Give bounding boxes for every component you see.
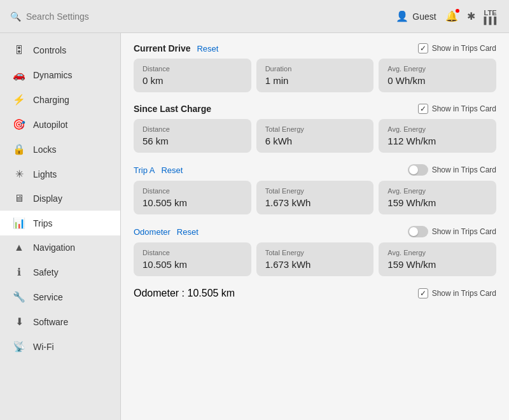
reset-trip-a[interactable]: Reset xyxy=(161,165,183,175)
sidebar-item-lights[interactable]: ✳ Lights xyxy=(0,162,120,186)
sidebar-label-wifi: Wi-Fi xyxy=(33,342,54,352)
main-layout: 🎛 Controls 🚗 Dynamics ⚡ Charging 🎯 Autop… xyxy=(0,33,509,420)
show-trips-odometer[interactable]: Show in Trips Card xyxy=(408,226,496,237)
data-row-odometer: Distance 10.505 km Total Energy 1.673 kW… xyxy=(134,242,496,276)
sidebar: 🎛 Controls 🚗 Dynamics ⚡ Charging 🎯 Autop… xyxy=(0,33,121,420)
value-avgenergy-ta: 159 Wh/km xyxy=(387,197,487,208)
software-icon: ⬇ xyxy=(13,316,25,328)
section-title-row-trip-a: Trip A Reset xyxy=(134,165,183,175)
autopilot-icon: 🎯 xyxy=(13,118,25,130)
title-trip-a: Trip A xyxy=(134,165,155,175)
label-avgenergy-slc: Avg. Energy xyxy=(387,125,487,133)
value-avgenergy-slc: 112 Wh/km xyxy=(387,136,487,146)
bluetooth-icon: ✱ xyxy=(467,10,475,22)
title-current-drive: Current Drive xyxy=(134,43,190,53)
sidebar-label-locks: Locks xyxy=(33,144,57,155)
notification-dot xyxy=(456,9,459,13)
section-header-slc: Since Last Charge ✓ Show in Trips Card xyxy=(134,104,496,114)
checkbox-footer[interactable]: ✓ xyxy=(418,288,428,298)
label-distance-ta: Distance xyxy=(143,187,242,195)
trips-card-label-odometer: Show in Trips Card xyxy=(432,227,496,236)
label-totalenergy-odo: Total Energy xyxy=(265,249,365,256)
sidebar-label-service: Service xyxy=(33,292,63,302)
toggle-knob-trip-a xyxy=(409,165,418,174)
section-title-row-slc: Since Last Charge xyxy=(134,104,211,114)
data-row-current-drive: Distance 0 km Duration 1 min Avg. Energy… xyxy=(134,59,496,92)
card-distance-current-drive: Distance 0 km xyxy=(134,59,251,92)
header-right: 👤 Guest 🔔 ✱ LTE▌▌▌ xyxy=(396,9,499,24)
sidebar-item-wifi[interactable]: 📡 Wi-Fi xyxy=(0,334,120,359)
person-icon: 👤 xyxy=(396,10,408,22)
toggle-knob-odometer xyxy=(409,227,418,236)
odometer-footer-label: Odometer : xyxy=(134,288,185,298)
section-header-trip-a: Trip A Reset Show in Trips Card xyxy=(134,164,496,176)
title-odometer: Odometer xyxy=(134,227,171,237)
value-distance-slc: 56 km xyxy=(143,136,242,146)
show-trips-slc[interactable]: ✓ Show in Trips Card xyxy=(418,104,496,114)
sidebar-item-dynamics[interactable]: 🚗 Dynamics xyxy=(0,62,120,87)
safety-icon: ℹ xyxy=(13,266,25,278)
card-totalenergy-slc: Total Energy 6 kWh xyxy=(256,119,374,153)
label-avgenergy-odo: Avg. Energy xyxy=(387,249,487,256)
sidebar-item-locks[interactable]: 🔒 Locks xyxy=(0,137,120,162)
sidebar-item-controls[interactable]: 🎛 Controls xyxy=(0,38,120,62)
trips-card-label-slc: Show in Trips Card xyxy=(432,104,496,113)
label-avgenergy-cd: Avg. Energy xyxy=(387,65,487,73)
sidebar-item-trips[interactable]: 📊 Trips xyxy=(0,211,120,235)
toggle-trip-a[interactable] xyxy=(408,164,428,176)
wifi-icon: 📡 xyxy=(13,340,25,353)
sidebar-item-display[interactable]: 🖥 Display xyxy=(0,186,120,211)
sidebar-item-autopilot[interactable]: 🎯 Autopilot xyxy=(0,112,120,137)
value-duration-cd: 1 min xyxy=(265,75,365,86)
card-distance-odometer: Distance 10.505 km xyxy=(134,242,251,276)
app-header: 🔍 👤 Guest 🔔 ✱ LTE▌▌▌ xyxy=(0,0,509,33)
guest-area: 👤 Guest xyxy=(396,10,436,22)
label-distance-odo: Distance xyxy=(143,249,242,256)
sidebar-item-charging[interactable]: ⚡ Charging xyxy=(0,87,120,112)
search-input[interactable] xyxy=(26,11,128,22)
sidebar-item-software[interactable]: ⬇ Software xyxy=(0,309,120,334)
odometer-footer-value: 10.505 km xyxy=(187,288,235,298)
sidebar-label-software: Software xyxy=(33,317,68,327)
value-totalenergy-slc: 6 kWh xyxy=(265,136,365,146)
label-distance-cd: Distance xyxy=(143,65,242,73)
controls-icon: 🎛 xyxy=(13,45,25,56)
reset-current-drive[interactable]: Reset xyxy=(197,44,218,53)
label-totalenergy-slc: Total Energy xyxy=(265,125,365,133)
search-area: 🔍 xyxy=(10,11,396,22)
toggle-odometer[interactable] xyxy=(408,226,428,237)
section-title-row-odometer: Odometer Reset xyxy=(134,227,199,237)
show-trips-current-drive[interactable]: ✓ Show in Trips Card xyxy=(418,43,496,53)
sidebar-item-navigation[interactable]: ▲ Navigation xyxy=(0,235,120,260)
data-row-trip-a: Distance 10.505 km Total Energy 1.673 kW… xyxy=(134,181,496,214)
sidebar-item-safety[interactable]: ℹ Safety xyxy=(0,260,120,284)
card-avgenergy-trip-a: Avg. Energy 159 Wh/km xyxy=(379,181,496,214)
card-avgenergy-odometer: Avg. Energy 159 Wh/km xyxy=(379,242,496,276)
section-current-drive: Current Drive Reset ✓ Show in Trips Card… xyxy=(134,43,496,92)
sidebar-item-service[interactable]: 🔧 Service xyxy=(0,284,120,309)
section-odometer: Odometer Reset Show in Trips Card Distan… xyxy=(134,226,496,276)
section-title-row-current-drive: Current Drive Reset xyxy=(134,43,218,53)
trips-card-label-current-drive: Show in Trips Card xyxy=(432,44,496,53)
lte-icon: LTE▌▌▌ xyxy=(484,9,499,24)
label-distance-slc: Distance xyxy=(143,125,242,133)
trips-card-label-trip-a: Show in Trips Card xyxy=(432,165,496,174)
card-totalenergy-odometer: Total Energy 1.673 kWh xyxy=(256,242,374,276)
card-distance-trip-a: Distance 10.505 km xyxy=(134,181,251,214)
trips-icon: 📊 xyxy=(13,217,25,229)
notification-wrap[interactable]: 🔔 xyxy=(445,10,458,22)
checkbox-slc[interactable]: ✓ xyxy=(418,104,428,114)
section-trip-a: Trip A Reset Show in Trips Card Distance… xyxy=(134,164,496,214)
sidebar-label-lights: Lights xyxy=(33,169,57,179)
sidebar-label-navigation: Navigation xyxy=(33,242,75,253)
sidebar-label-dynamics: Dynamics xyxy=(33,70,72,80)
show-trips-trip-a[interactable]: Show in Trips Card xyxy=(408,164,496,176)
label-avgenergy-ta: Avg. Energy xyxy=(387,187,487,195)
show-trips-footer[interactable]: ✓ Show in Trips Card xyxy=(418,288,496,298)
sidebar-label-display: Display xyxy=(33,193,62,204)
checkbox-current-drive[interactable]: ✓ xyxy=(418,43,428,53)
reset-odometer[interactable]: Reset xyxy=(177,227,199,237)
content-area: Current Drive Reset ✓ Show in Trips Card… xyxy=(121,33,509,420)
card-totalenergy-trip-a: Total Energy 1.673 kWh xyxy=(256,181,374,214)
trips-card-label-footer: Show in Trips Card xyxy=(432,289,496,298)
